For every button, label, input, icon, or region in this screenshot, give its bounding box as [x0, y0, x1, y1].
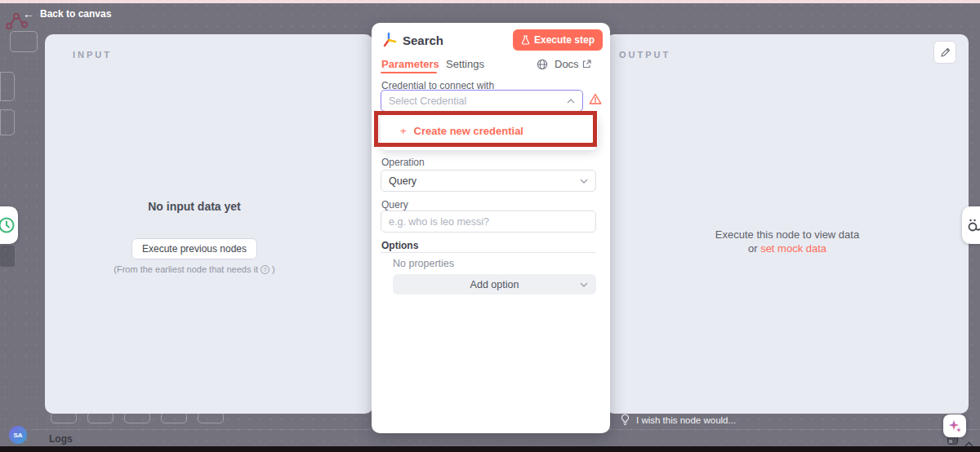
node-title: Search [403, 33, 443, 47]
options-divider [381, 252, 596, 253]
tab-settings[interactable]: Settings [446, 58, 484, 70]
chevron-down-icon [580, 179, 588, 184]
input-node-shortcut[interactable] [0, 206, 18, 244]
node-detail-panel: Search Execute step Parameters Settings … [372, 23, 610, 433]
external-link-icon [582, 60, 591, 69]
plus-icon: + [400, 125, 407, 137]
arrow-left-icon: ← [23, 8, 34, 20]
active-tab-underline [381, 72, 437, 73]
operation-value: Query [389, 175, 416, 187]
output-node-shortcut[interactable] [962, 206, 980, 244]
search-glyph-icon [966, 218, 980, 233]
chevron-down-icon [580, 282, 588, 287]
output-panel: OUTPUT Execute this node to view data or… [606, 34, 969, 414]
create-credential-label: Create new credential [414, 125, 523, 137]
query-input[interactable]: e.g. who is leo messi? [381, 210, 596, 233]
globe-icon [537, 59, 548, 70]
resize-grip[interactable] [588, 140, 594, 145]
add-option-button[interactable]: Add option [393, 274, 596, 295]
output-empty-state: Execute this node to view data or set mo… [606, 228, 969, 255]
credential-select[interactable]: Select Credential [381, 90, 583, 112]
query-placeholder: e.g. who is leo messi? [389, 216, 489, 228]
output-panel-title: OUTPUT [619, 50, 670, 60]
dimmed-side-control [0, 72, 15, 101]
docs-label: Docs [555, 58, 579, 70]
dimmed-side-control [0, 109, 15, 135]
help-circle-icon[interactable]: ? [261, 265, 270, 274]
credential-dropdown: + Create new credential [381, 114, 598, 150]
operation-select[interactable]: Query [381, 170, 596, 192]
canvas-overlay: ← Back to canvas INPUT No input data yet… [0, 0, 980, 452]
dimmed-toolbar-button [87, 412, 114, 423]
dimmed-toolbar-button [198, 412, 224, 423]
options-empty-text: No properties [393, 258, 454, 269]
options-section-label: Options [381, 240, 418, 251]
credential-placeholder: Select Credential [389, 95, 466, 107]
flask-icon [521, 35, 530, 45]
back-to-canvas-button[interactable]: ← Back to canvas [23, 8, 111, 20]
window-bottom-edge [0, 446, 980, 452]
dimmed-side-block [0, 246, 15, 267]
output-empty-line1: Execute this node to view data [606, 228, 969, 242]
input-empty-heading: No input data yet [45, 200, 344, 213]
input-panel-title: INPUT [73, 50, 112, 60]
set-mock-data-link[interactable]: set mock data [760, 242, 826, 255]
execute-step-button[interactable]: Execute step [513, 29, 603, 51]
clock-icon [0, 216, 16, 234]
window-top-edge [0, 0, 980, 3]
node-feedback-input[interactable]: I wish this node would... [621, 414, 736, 426]
dimmed-toolbar-button [51, 412, 77, 423]
back-label: Back to canvas [40, 8, 111, 20]
execute-previous-nodes-button[interactable]: Execute previous nodes [131, 238, 257, 259]
query-label: Query [381, 199, 408, 210]
add-option-label: Add option [470, 279, 519, 290]
output-empty-or: or [748, 242, 758, 255]
operation-label: Operation [381, 157, 425, 168]
tab-parameters[interactable]: Parameters [381, 58, 439, 70]
search-node-axes-icon [381, 32, 398, 48]
dimmed-toolbar-button [124, 412, 150, 423]
pencil-icon [940, 47, 951, 58]
user-avatar[interactable]: SA [9, 426, 27, 444]
dimmed-toolbar-button [161, 412, 187, 423]
wish-placeholder: I wish this node would... [636, 415, 736, 425]
dimmed-canvas-button [10, 31, 38, 52]
docs-link[interactable]: Docs [555, 58, 591, 70]
ai-assistant-button[interactable] [943, 414, 966, 437]
logs-panel-toggle[interactable]: Logs [49, 433, 73, 445]
edit-output-button[interactable] [933, 41, 956, 64]
warning-triangle-icon [589, 93, 602, 105]
community-node-button[interactable] [537, 59, 548, 73]
lightbulb-icon [621, 414, 630, 426]
input-hint: (From the earliest node that needs it ? … [45, 264, 344, 274]
execute-step-label: Execute step [534, 34, 595, 46]
chevron-up-icon [567, 99, 575, 104]
create-new-credential-option[interactable]: + Create new credential [400, 125, 523, 137]
input-panel: INPUT No input data yet Execute previous… [45, 34, 373, 414]
sparkle-icon [947, 419, 962, 433]
